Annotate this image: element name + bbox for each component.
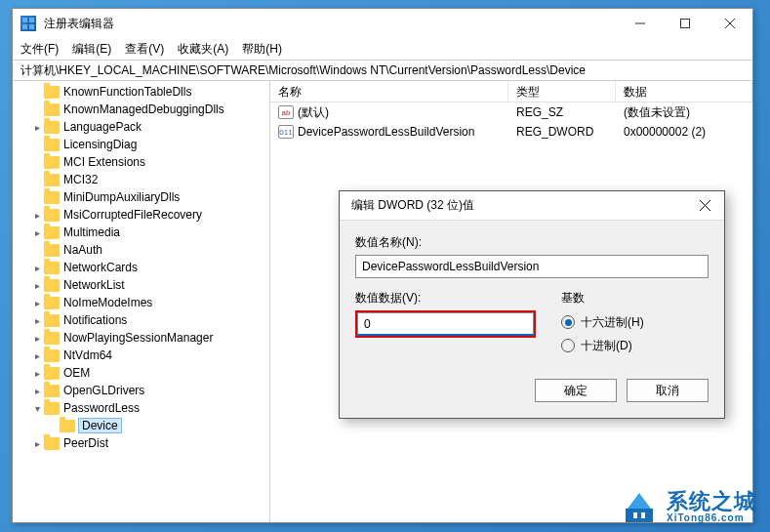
tree-item[interactable]: ▸NoImeModeImes (15, 294, 269, 311)
tree-item[interactable]: LicensingDiag (15, 136, 269, 153)
reg-dword-icon: 011 (278, 125, 294, 139)
svg-marker-7 (628, 493, 651, 509)
tree-item[interactable]: MCI32 (15, 171, 269, 188)
cancel-button[interactable]: 取消 (627, 379, 709, 402)
tree-item[interactable]: KnownManagedDebuggingDlls (15, 101, 269, 118)
tree-item[interactable]: ▸NtVdm64 (15, 347, 269, 364)
tree-item-label: NoImeModeImes (63, 296, 152, 309)
list-rows: ab(默认)REG_SZ(数值未设置)011DevicePasswordLess… (270, 102, 752, 142)
tree-item-label: Multimedia (63, 225, 120, 239)
tree-item[interactable]: ▾PasswordLess (15, 399, 269, 417)
tree-item-label: KnownManagedDebuggingDlls (63, 102, 224, 116)
maximize-icon (680, 19, 690, 28)
dialog-body: 数值名称(N): 数值数据(V): 基数 十六进制(H) 十进制(D) (340, 221, 724, 418)
tree-item[interactable]: ▸OpenGLDrivers (15, 382, 269, 399)
folder-icon (44, 314, 60, 327)
radio-icon (561, 315, 575, 329)
tree-item-label: NetworkCards (63, 261, 138, 274)
svg-rect-8 (633, 512, 637, 518)
menu-view[interactable]: 查看(V) (125, 41, 164, 58)
tree-item-label: NetworkList (63, 278, 125, 292)
tree-item[interactable]: ▸NowPlayingSessionManager (15, 329, 269, 347)
tree-item[interactable]: MiniDumpAuxiliaryDlls (15, 188, 269, 206)
close-button[interactable] (708, 9, 752, 38)
tree-item[interactable]: NaAuth (15, 241, 269, 259)
caret-icon: ▸ (30, 280, 44, 291)
value-data-input[interactable] (357, 312, 534, 336)
folder-icon (44, 332, 60, 345)
menu-edit[interactable]: 编辑(E) (72, 41, 111, 58)
tree-item[interactable]: ▸Multimedia (15, 224, 269, 241)
caret-icon: ▸ (30, 263, 44, 273)
value-name-input[interactable] (355, 255, 709, 278)
tree-item-child[interactable]: Device (15, 417, 269, 434)
cell-name: DevicePasswordLessBuildVersion (298, 125, 474, 139)
watermark-text-en: XiTong86.com (667, 512, 756, 523)
menu-help[interactable]: 帮助(H) (242, 41, 282, 58)
folder-icon (44, 156, 60, 169)
tree-panel[interactable]: KnownFunctionTableDllsKnownManagedDebugg… (13, 81, 270, 522)
list-row[interactable]: ab(默认)REG_SZ(数值未设置) (270, 102, 752, 122)
col-header-type[interactable]: 类型 (508, 81, 616, 102)
folder-icon (44, 103, 60, 116)
tree-item[interactable]: ▸PeerDist (15, 434, 269, 452)
close-icon (700, 200, 710, 211)
ok-button[interactable]: 确定 (535, 379, 617, 402)
folder-icon (44, 244, 60, 257)
folder-icon (44, 279, 60, 292)
menu-favorites[interactable]: 收藏夹(A) (178, 41, 228, 58)
tree-item[interactable]: KnownFunctionTableDlls (15, 83, 269, 101)
minimize-button[interactable] (618, 9, 663, 38)
folder-icon (44, 174, 60, 186)
watermark-icon (620, 487, 659, 526)
folder-icon (44, 226, 60, 239)
tree-item-label: MCI32 (63, 173, 98, 186)
tree-item-label: MiniDumpAuxiliaryDlls (63, 190, 180, 204)
tree-item-label: NowPlayingSessionManager (63, 331, 213, 345)
tree-item[interactable]: MCI Extensions (15, 153, 269, 171)
reg-string-icon: ab (278, 105, 294, 119)
folder-icon (44, 437, 60, 450)
tree-item[interactable]: ▸NetworkCards (15, 259, 269, 276)
caret-icon: ▸ (30, 333, 44, 344)
folder-icon (60, 420, 75, 432)
tree-item[interactable]: ▸NetworkList (15, 276, 269, 294)
tree-item-label: Notifications (63, 313, 127, 327)
radio-hex[interactable]: 十六进制(H) (561, 310, 709, 334)
folder-icon (44, 262, 60, 274)
tree-item[interactable]: ▸OEM (15, 364, 269, 382)
maximize-button[interactable] (663, 9, 708, 38)
tree-item[interactable]: ▸Notifications (15, 311, 269, 329)
radio-dec[interactable]: 十进制(D) (561, 334, 709, 357)
folder-icon (44, 349, 60, 362)
folder-icon (44, 86, 60, 99)
address-input[interactable] (20, 63, 745, 77)
folder-icon (44, 139, 60, 151)
tree-item-label: MsiCorruptedFileRecovery (63, 208, 202, 222)
tree-item[interactable]: ▸LanguagePack (15, 118, 269, 136)
value-data-highlight (355, 310, 536, 338)
folder-icon (44, 209, 60, 222)
cell-type: REG_SZ (508, 105, 616, 119)
window-controls (618, 9, 752, 38)
cell-data: 0x00000002 (2) (616, 125, 752, 139)
menubar: 文件(F) 编辑(E) 查看(V) 收藏夹(A) 帮助(H) (13, 38, 752, 60)
dialog-titlebar: 编辑 DWORD (32 位)值 (340, 191, 724, 221)
col-header-name[interactable]: 名称 (270, 81, 508, 102)
dialog-close-button[interactable] (685, 191, 724, 221)
radio-dec-label: 十进制(D) (581, 338, 632, 354)
tree-item-label: LanguagePack (63, 120, 142, 134)
caret-icon: ▸ (30, 386, 44, 396)
tree-item[interactable]: ▸MsiCorruptedFileRecovery (15, 206, 269, 224)
address-bar (13, 60, 752, 81)
menu-file[interactable]: 文件(F) (20, 41, 59, 58)
watermark: 系统之城 XiTong86.com (620, 487, 756, 526)
tree-item-label: PeerDist (63, 436, 108, 450)
tree-item-label: NaAuth (63, 243, 102, 257)
caret-icon: ▸ (30, 315, 44, 326)
tree-item-label: NtVdm64 (63, 348, 112, 362)
col-header-data[interactable]: 数据 (616, 81, 752, 102)
list-row[interactable]: 011DevicePasswordLessBuildVersionREG_DWO… (270, 122, 752, 142)
radio-hex-label: 十六进制(H) (581, 314, 644, 331)
caret-icon: ▸ (30, 122, 44, 133)
